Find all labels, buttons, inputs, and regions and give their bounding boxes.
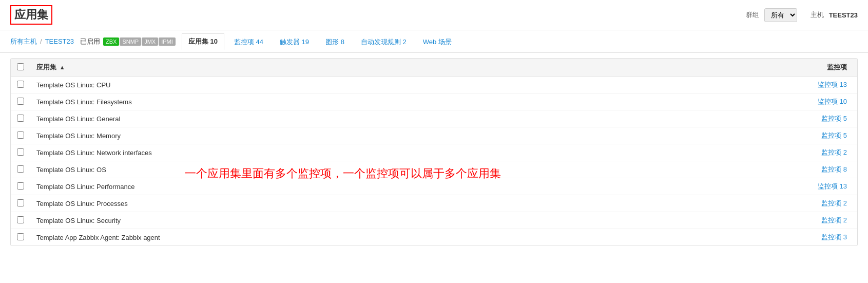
- applications-table: 应用集 ▲ 监控项 Template OS Linux: CPU监控项 13Te…: [11, 59, 857, 246]
- row-name: Template OS Linux: CPU: [30, 77, 649, 93]
- row-items: 监控项 2: [649, 195, 857, 212]
- table-header-row: 应用集 ▲ 监控项: [11, 59, 857, 77]
- row-items: 监控项 5: [649, 110, 857, 127]
- row-checkbox-cell: [11, 110, 30, 127]
- row-checkbox-cell: [11, 178, 30, 195]
- row-name: Template OS Linux: Memory: [30, 127, 649, 144]
- table-row: Template OS Linux: Performance监控项 13: [11, 178, 857, 195]
- row-items-link[interactable]: 监控项 13: [818, 81, 847, 88]
- select-all-checkbox[interactable]: [17, 63, 24, 70]
- row-items-link[interactable]: 监控项 3: [821, 233, 847, 241]
- applications-table-container: 应用集 ▲ 监控项 Template OS Linux: CPU监控项 13Te…: [10, 58, 858, 246]
- row-checkbox[interactable]: [17, 81, 24, 88]
- row-checkbox-cell: [11, 93, 30, 110]
- row-checkbox[interactable]: [17, 199, 24, 206]
- row-checkbox[interactable]: [17, 131, 24, 139]
- row-name: Template OS Linux: Network interfaces: [30, 144, 649, 161]
- table-row: Template App Zabbix Agent: Zabbix agent监…: [11, 229, 857, 246]
- tab-items[interactable]: 监控项 44: [227, 34, 270, 50]
- page-header: 应用集 群组 所有 主机 TEEST23: [0, 0, 868, 30]
- table-wrapper: 应用集 ▲ 监控项 Template OS Linux: CPU监控项 13Te…: [10, 58, 858, 246]
- main-content: 应用集 ▲ 监控项 Template OS Linux: CPU监控项 13Te…: [0, 53, 868, 251]
- row-checkbox[interactable]: [17, 233, 24, 240]
- row-checkbox[interactable]: [17, 165, 24, 173]
- protocol-badges: ZBX SNMP JMX IPMI: [103, 37, 176, 46]
- header-controls: 群组 所有 主机 TEEST23: [746, 8, 858, 22]
- name-col-header: 应用集 ▲: [30, 59, 649, 77]
- table-row: Template OS Linux: Processes监控项 2: [11, 195, 857, 212]
- row-name: Template OS Linux: Security: [30, 212, 649, 229]
- sort-arrow: ▲: [60, 64, 65, 70]
- row-items-link[interactable]: 监控项 5: [821, 131, 847, 139]
- group-select[interactable]: 所有: [764, 8, 797, 22]
- tab-web[interactable]: Web 场景: [416, 34, 458, 50]
- row-name: Template OS Linux: Performance: [30, 178, 649, 195]
- group-label: 群组: [746, 10, 759, 20]
- row-items-link[interactable]: 监控项 10: [818, 98, 847, 105]
- row-checkbox-cell: [11, 195, 30, 212]
- row-items: 监控项 10: [649, 93, 857, 110]
- proto-jmx[interactable]: JMX: [142, 37, 158, 46]
- row-items-link[interactable]: 监控项 8: [821, 165, 847, 173]
- row-items-link[interactable]: 监控项 13: [818, 182, 847, 190]
- table-row: Template OS Linux: Filesystems监控项 10: [11, 93, 857, 110]
- page-title: 应用集: [10, 5, 52, 25]
- table-row: Template OS Linux: Network interfaces监控项…: [11, 144, 857, 161]
- row-checkbox[interactable]: [17, 115, 24, 122]
- proto-ipmi[interactable]: IPMI: [159, 37, 176, 46]
- tab-applications[interactable]: 应用集 10: [182, 33, 224, 50]
- table-row: Template OS Linux: Memory监控项 5: [11, 127, 857, 144]
- table-row: Template OS Linux: OS监控项 8: [11, 161, 857, 178]
- row-name: Template App Zabbix Agent: Zabbix agent: [30, 229, 649, 246]
- tab-graphs[interactable]: 图形 8: [319, 34, 351, 50]
- proto-zbx[interactable]: ZBX: [103, 37, 119, 46]
- row-checkbox[interactable]: [17, 216, 24, 223]
- row-checkbox-cell: [11, 161, 30, 178]
- row-checkbox-cell: [11, 144, 30, 161]
- breadcrumb-status: 已启用: [80, 37, 100, 46]
- breadcrumb: 所有主机 / TEEST23 已启用 ZBX SNMP JMX IPMI 应用集…: [0, 30, 868, 53]
- row-items-link[interactable]: 监控项 2: [821, 148, 847, 156]
- tab-discovery[interactable]: 自动发现规则 2: [354, 34, 413, 50]
- row-name: Template OS Linux: Processes: [30, 195, 649, 212]
- row-checkbox[interactable]: [17, 182, 24, 190]
- items-col-header: 监控项: [649, 59, 857, 77]
- row-items: 监控项 2: [649, 212, 857, 229]
- table-row: Template OS Linux: CPU监控项 13: [11, 77, 857, 93]
- row-checkbox-cell: [11, 229, 30, 246]
- table-row: Template OS Linux: General监控项 5: [11, 110, 857, 127]
- row-items-link[interactable]: 监控项 2: [821, 216, 847, 224]
- row-items: 监控项 3: [649, 229, 857, 246]
- table-row: Template OS Linux: Security监控项 2: [11, 212, 857, 229]
- table-body: Template OS Linux: CPU监控项 13Template OS …: [11, 77, 857, 246]
- host-label: 主机: [811, 10, 824, 20]
- row-items: 监控项 13: [649, 178, 857, 195]
- breadcrumb-all-hosts[interactable]: 所有主机: [10, 37, 37, 46]
- row-name: Template OS Linux: General: [30, 110, 649, 127]
- row-checkbox-cell: [11, 77, 30, 93]
- row-name: Template OS Linux: Filesystems: [30, 93, 649, 110]
- breadcrumb-host[interactable]: TEEST23: [45, 37, 74, 45]
- row-name: Template OS Linux: OS: [30, 161, 649, 178]
- row-items-link[interactable]: 监控项 5: [821, 115, 847, 122]
- row-checkbox-cell: [11, 212, 30, 229]
- select-all-col: [11, 59, 30, 77]
- row-items-link[interactable]: 监控项 2: [821, 199, 847, 207]
- row-items: 监控项 2: [649, 144, 857, 161]
- breadcrumb-sep-1: /: [40, 37, 42, 45]
- tab-triggers[interactable]: 触发器 19: [273, 34, 316, 50]
- host-value: TEEST23: [829, 11, 858, 19]
- proto-snmp[interactable]: SNMP: [120, 37, 141, 46]
- row-items: 监控项 5: [649, 127, 857, 144]
- row-items: 监控项 8: [649, 161, 857, 178]
- row-items: 监控项 13: [649, 77, 857, 93]
- row-checkbox-cell: [11, 127, 30, 144]
- row-checkbox[interactable]: [17, 148, 24, 156]
- row-checkbox[interactable]: [17, 98, 24, 105]
